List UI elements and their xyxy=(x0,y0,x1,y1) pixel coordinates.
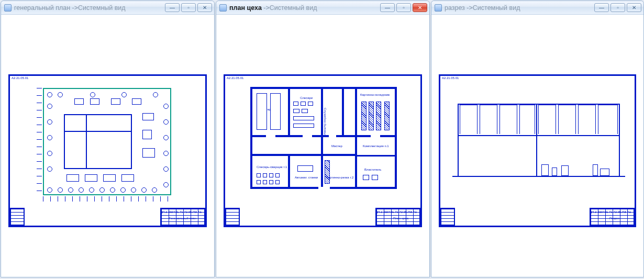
aux-building xyxy=(132,98,141,105)
equipment xyxy=(257,173,261,177)
room-label: Мастер xyxy=(331,144,342,148)
tree-icon xyxy=(152,187,157,193)
document-icon xyxy=(4,4,12,12)
tree-icon xyxy=(47,166,52,172)
building-section xyxy=(458,104,620,177)
tree-icon xyxy=(47,104,52,109)
stamp-title: Разрез xyxy=(609,217,619,220)
axis-ticks-vertical xyxy=(37,88,42,195)
aux-building xyxy=(66,174,79,182)
minimize-button[interactable]: — xyxy=(380,3,395,12)
equipment xyxy=(293,102,298,106)
close-button[interactable]: ✕ xyxy=(413,3,427,12)
aux-building xyxy=(74,98,84,105)
clerestory-icon xyxy=(578,105,596,134)
tree-icon xyxy=(121,92,127,97)
room-label: Картинно-складские xyxy=(360,93,390,96)
equipment xyxy=(270,93,281,130)
column xyxy=(536,104,537,177)
tree-icon xyxy=(68,187,73,193)
wall xyxy=(458,104,459,177)
equipment xyxy=(363,175,369,180)
sheet-corner-code: А2.21.05.01 xyxy=(227,76,243,80)
drawing-sheet: А2.21.05.01 xyxy=(437,72,638,229)
tree-icon xyxy=(90,92,95,97)
equipment xyxy=(552,168,557,176)
drawing-viewport[interactable]: А2.21.05.01 xyxy=(1,15,214,277)
wall xyxy=(321,135,323,187)
stamp-left xyxy=(225,208,240,226)
room-label: Служебно-бытовые xyxy=(324,108,327,137)
equipment xyxy=(301,102,306,106)
drawing-viewport[interactable]: А2.21.05.01 xyxy=(431,15,643,277)
aux-building xyxy=(142,113,154,120)
maximize-button[interactable]: ▫ xyxy=(610,3,625,12)
equipment xyxy=(384,102,390,130)
titlebar[interactable]: план цеха ->Системный вид — ▫ ✕ xyxy=(216,1,429,15)
tree-icon xyxy=(47,187,52,193)
drawing-sheet: А2.21.05.01 xyxy=(221,72,424,229)
clerestory-icon xyxy=(460,105,478,134)
close-button[interactable]: ✕ xyxy=(627,3,641,12)
minimize-button[interactable]: — xyxy=(594,3,609,12)
tree-icon xyxy=(47,92,52,97)
mdi-desktop: генеральный план ->Системный вид — ▫ ✕ А… xyxy=(0,0,644,279)
stamp-code: ДП 2-360431.71.72.05.ПЗ А1 xyxy=(590,210,631,214)
wall xyxy=(395,87,397,189)
minimize-button[interactable]: — xyxy=(165,3,180,12)
close-button[interactable]: ✕ xyxy=(197,3,212,12)
wall xyxy=(250,87,397,89)
tree-icon xyxy=(79,187,84,193)
wall xyxy=(342,87,344,135)
equipment xyxy=(269,180,273,184)
tree-icon xyxy=(153,92,158,97)
tree-icon xyxy=(163,166,169,172)
equipment xyxy=(541,164,549,176)
maximize-button[interactable]: ▫ xyxy=(181,3,196,12)
room-label: Слесари xyxy=(300,96,313,99)
window-title: генеральный план ->Системный вид xyxy=(14,4,126,12)
equipment xyxy=(293,109,299,113)
titlebar[interactable]: генеральный план ->Системный вид — ▫ ✕ xyxy=(1,1,214,15)
equipment xyxy=(263,180,267,184)
door-opening xyxy=(318,187,330,189)
clerestory-icon xyxy=(598,105,618,134)
drawing-sheet: А2.21.05.01 xyxy=(6,72,209,229)
document-icon xyxy=(219,4,227,12)
equipment xyxy=(593,164,598,176)
titlebar[interactable]: разрез ->Системный вид — ▫ ✕ xyxy=(431,1,643,15)
equipment xyxy=(361,102,367,130)
aux-building xyxy=(103,174,116,182)
aux-building xyxy=(121,174,134,182)
wall xyxy=(288,154,290,187)
equipment xyxy=(263,173,267,177)
tree-icon xyxy=(99,187,105,193)
tree-icon xyxy=(163,151,169,156)
tree-icon xyxy=(58,187,63,193)
equipment xyxy=(293,116,314,120)
tree-icon xyxy=(131,187,136,193)
room-label: Комплектация п.1 xyxy=(363,144,389,148)
tree-icon xyxy=(120,187,126,193)
floor-plan: Материал. Слесари Служебно-бытовые Карти… xyxy=(250,87,397,189)
wall xyxy=(250,87,252,189)
room-label: Властитель xyxy=(364,168,381,171)
window-title: план цеха ->Системный вид xyxy=(229,4,317,12)
clerestory-icon xyxy=(558,105,576,134)
aux-building xyxy=(111,98,120,105)
equipment xyxy=(275,180,280,184)
aux-building xyxy=(90,98,99,105)
document-icon xyxy=(435,4,442,12)
maximize-button[interactable]: ▫ xyxy=(396,3,411,12)
equipment xyxy=(369,102,374,130)
window-buttons: — ▫ ✕ xyxy=(165,3,212,12)
equipment xyxy=(372,175,378,180)
equipment xyxy=(325,160,330,184)
door-opening xyxy=(303,135,312,137)
drawing-viewport[interactable]: А2.21.05.01 xyxy=(216,15,429,277)
tree-icon xyxy=(58,92,63,97)
sheet-corner-code: А2.21.05.01 xyxy=(12,76,28,80)
aux-building xyxy=(85,174,97,182)
equipment xyxy=(257,180,261,184)
tree-icon xyxy=(47,119,52,125)
